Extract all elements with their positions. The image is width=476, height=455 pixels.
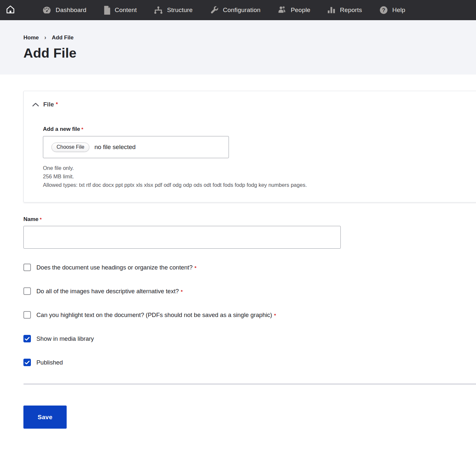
home-button[interactable]: [0, 0, 21, 20]
form-actions: Save: [23, 406, 476, 429]
checkbox-label: Show in media library: [36, 335, 94, 342]
nav-item-content[interactable]: Content: [95, 0, 145, 20]
configuration-icon: [210, 6, 219, 15]
add-new-file-label-text: Add a new file: [43, 126, 80, 132]
checkbox-label-text: Does the document use headings or organi…: [36, 264, 192, 271]
page-title: Add File: [23, 46, 453, 61]
nav-item-label: Dashboard: [56, 7, 86, 14]
svg-text:?: ?: [382, 7, 385, 13]
nav-item-label: People: [291, 7, 310, 14]
checkbox-row-headings: Does the document use headings or organi…: [23, 264, 476, 271]
toolbar-menu: Dashboard Content Structure: [34, 0, 414, 20]
nav-item-dashboard[interactable]: Dashboard: [34, 0, 95, 20]
reports-icon: [327, 6, 336, 14]
structure-icon: [154, 6, 163, 14]
nav-item-structure[interactable]: Structure: [145, 0, 201, 20]
description-line: 256 MB limit.: [43, 172, 469, 181]
name-field-section: Name*: [23, 216, 476, 249]
checkbox-row-media-library: Show in media library: [23, 335, 476, 342]
published-checkbox[interactable]: [23, 359, 31, 366]
show-in-media-library-checkbox[interactable]: [23, 335, 31, 342]
checkbox-label-text: Published: [36, 359, 63, 366]
description-line: One file only.: [43, 164, 469, 172]
nav-item-label: Content: [115, 7, 137, 14]
file-field-descriptions: One file only. 256 MB limit. Allowed typ…: [43, 164, 469, 189]
checkbox-section: Does the document use headings or organi…: [23, 264, 476, 366]
check-icon: [25, 337, 30, 341]
save-button[interactable]: Save: [23, 406, 67, 429]
nav-item-label: Configuration: [223, 7, 261, 14]
checkbox-label: Published: [36, 359, 63, 366]
file-fieldset-legend: File: [43, 101, 54, 108]
breadcrumb-home-link[interactable]: Home: [23, 34, 39, 41]
breadcrumb: Home › Add File: [23, 34, 453, 41]
nav-item-label: Structure: [167, 7, 193, 14]
home-icon: [6, 5, 15, 16]
name-label: Name*: [23, 216, 42, 222]
checkbox-label-text: Can you highlight text on the document? …: [36, 311, 272, 318]
required-mark: *: [274, 312, 276, 318]
checkbox-label: Does the document use headings or organi…: [36, 264, 196, 271]
nav-item-people[interactable]: People: [269, 0, 319, 20]
file-fieldset-toggle[interactable]: File *: [32, 101, 58, 108]
checkbox-row-highlight-text: Can you highlight text on the document? …: [23, 311, 476, 319]
description-line: Allowed types: txt rtf doc docx ppt pptx…: [43, 181, 469, 189]
nav-item-configuration[interactable]: Configuration: [201, 0, 269, 20]
breadcrumb-current: Add File: [52, 34, 73, 41]
name-label-text: Name: [23, 216, 38, 222]
people-icon: [277, 6, 286, 14]
add-file-form: File * Add a new file* Choose File no fi…: [0, 75, 476, 429]
highlight-text-checkbox[interactable]: [23, 311, 31, 319]
checkbox-label: Do all of the images have descriptive al…: [36, 288, 183, 295]
choose-file-button[interactable]: Choose File: [51, 143, 89, 152]
required-mark: *: [40, 216, 42, 222]
add-new-file-label: Add a new file*: [43, 126, 469, 132]
checkbox-label: Can you highlight text on the document? …: [36, 311, 276, 319]
alt-text-checkbox[interactable]: [23, 287, 31, 295]
file-fieldset: File * Add a new file* Choose File no fi…: [23, 91, 476, 202]
checkbox-row-published: Published: [23, 359, 476, 366]
file-upload-status: no file selected: [94, 144, 136, 151]
nav-item-help[interactable]: ? Help: [371, 0, 414, 20]
check-icon: [25, 361, 30, 365]
checkbox-row-alt-text: Do all of the images have descriptive al…: [23, 287, 476, 295]
form-divider: [23, 383, 476, 385]
nav-item-reports[interactable]: Reports: [319, 0, 371, 20]
content-icon: [103, 6, 111, 15]
admin-toolbar: Dashboard Content Structure: [0, 0, 476, 20]
dashboard-icon: [42, 6, 51, 14]
required-mark: *: [81, 126, 83, 132]
breadcrumb-separator-icon: ›: [44, 34, 46, 41]
headings-checkbox[interactable]: [23, 264, 31, 271]
checkbox-label-text: Show in media library: [36, 335, 94, 342]
required-mark: *: [194, 265, 196, 270]
checkbox-label-text: Do all of the images have descriptive al…: [36, 288, 179, 295]
help-icon: ?: [379, 6, 388, 15]
required-mark: *: [56, 102, 58, 107]
nav-item-label: Reports: [340, 7, 362, 14]
file-upload-input[interactable]: Choose File no file selected: [43, 136, 229, 158]
chevron-up-icon: [32, 103, 39, 107]
page-header: Home › Add File Add File: [0, 20, 476, 75]
nav-item-label: Help: [392, 7, 405, 14]
file-fieldset-body: Add a new file* Choose File no file sele…: [43, 126, 469, 189]
required-mark: *: [181, 289, 183, 294]
name-input[interactable]: [23, 226, 341, 249]
